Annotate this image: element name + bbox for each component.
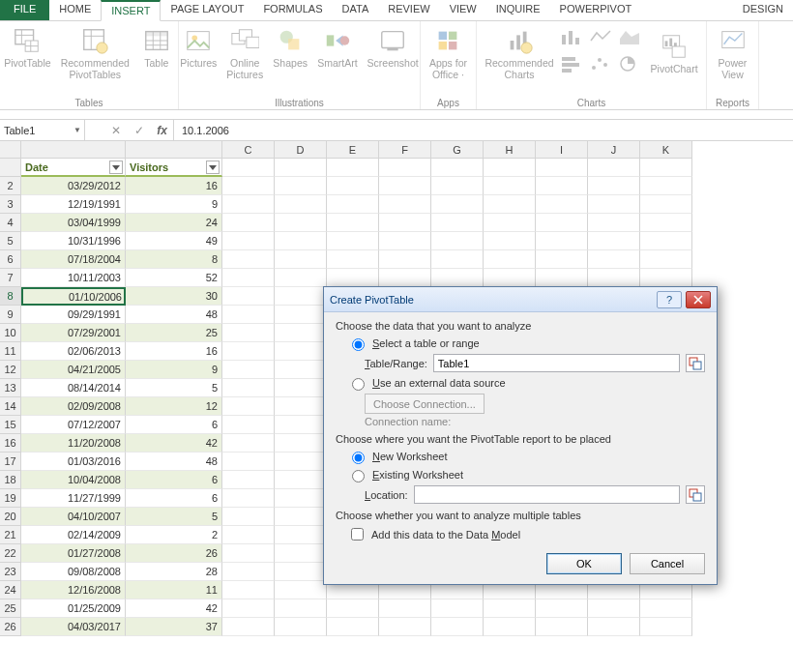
cell[interactable] (431, 599, 484, 618)
column-header[interactable]: K (640, 141, 692, 159)
cell[interactable] (275, 177, 327, 195)
cell-visitors[interactable]: 48 (126, 306, 222, 324)
cell[interactable] (588, 599, 640, 618)
row-number[interactable]: 25 (0, 599, 21, 618)
tab-pagelayout[interactable]: PAGE LAYOUT (161, 0, 253, 20)
table-button[interactable]: Table (135, 23, 178, 71)
cell[interactable] (222, 489, 275, 508)
screenshot-button[interactable]: Screenshot (364, 23, 423, 71)
cell[interactable] (275, 416, 327, 434)
close-button[interactable] (686, 291, 711, 308)
cell[interactable] (222, 342, 275, 361)
table-header-date[interactable]: Date (21, 159, 126, 177)
cancel-formula-icon[interactable]: ✕ (104, 124, 128, 137)
cell[interactable] (327, 269, 379, 287)
cell[interactable] (640, 195, 692, 214)
accept-formula-icon[interactable]: ✓ (128, 124, 151, 137)
cell[interactable] (222, 250, 275, 269)
filter-dropdown-icon[interactable] (109, 161, 123, 174)
cell[interactable] (588, 250, 640, 269)
row-number[interactable]: 10 (0, 324, 21, 342)
cell[interactable] (222, 618, 275, 636)
cell-visitors[interactable]: 42 (126, 599, 222, 618)
cell[interactable] (275, 599, 327, 618)
row-number[interactable]: 21 (0, 526, 21, 544)
tab-design[interactable]: DESIGN (733, 0, 793, 20)
cell[interactable] (484, 618, 536, 636)
cell[interactable] (222, 324, 275, 342)
row-number[interactable]: 9 (0, 306, 21, 324)
cell[interactable] (640, 159, 692, 177)
cell[interactable] (484, 250, 536, 269)
cell[interactable] (379, 269, 431, 287)
chart-type-bar-icon[interactable] (560, 54, 587, 79)
cell-visitors[interactable]: 16 (126, 177, 222, 195)
cell-visitors[interactable]: 6 (126, 489, 222, 508)
location-input[interactable] (414, 485, 680, 504)
cell[interactable] (222, 397, 275, 416)
cell-date[interactable]: 09/08/2008 (21, 563, 126, 581)
cell[interactable] (275, 434, 327, 453)
radio-new-worksheet[interactable]: New Worksheet (347, 449, 705, 464)
tab-file[interactable]: FILE (0, 0, 49, 20)
cell[interactable] (588, 214, 640, 232)
smartart-button[interactable]: SmartArt (313, 23, 361, 71)
cell[interactable] (222, 416, 275, 434)
cell-visitors[interactable]: 11 (126, 581, 222, 599)
cell[interactable] (275, 195, 327, 214)
cell[interactable] (327, 177, 379, 195)
cell[interactable] (484, 195, 536, 214)
cell-date[interactable]: 09/29/1991 (21, 306, 126, 324)
cell-date[interactable]: 03/29/2012 (21, 177, 126, 195)
dialog-titlebar[interactable]: Create PivotTable ? (324, 287, 717, 312)
pictures-button[interactable]: Pictures (176, 23, 220, 71)
cell[interactable] (222, 544, 275, 563)
cell-date[interactable]: 04/10/2007 (21, 508, 126, 526)
chart-type-other-icon[interactable] (618, 54, 645, 79)
cell[interactable] (536, 159, 588, 177)
cell[interactable] (588, 159, 640, 177)
row-number[interactable]: 22 (0, 544, 21, 563)
cell[interactable] (327, 250, 379, 269)
cell-visitors[interactable]: 26 (126, 544, 222, 563)
cell[interactable] (275, 269, 327, 287)
tab-powerpivot[interactable]: POWERPIVOT (550, 0, 642, 20)
cell[interactable] (327, 195, 379, 214)
cell-date[interactable]: 12/16/2008 (21, 581, 126, 599)
tab-data[interactable]: DATA (333, 0, 379, 20)
recommended-charts-button[interactable]: Recommended Charts (481, 23, 557, 82)
cell-visitors[interactable]: 9 (126, 195, 222, 214)
recommended-pivottables-button[interactable]: Recommended PivotTables (57, 23, 133, 82)
cell[interactable] (327, 159, 379, 177)
dropdown-icon[interactable]: ▼ (73, 126, 81, 134)
cell-visitors[interactable]: 5 (126, 379, 222, 397)
online-pictures-button[interactable]: Online Pictures (222, 23, 267, 82)
cell-date[interactable]: 07/12/2007 (21, 416, 126, 434)
cell[interactable] (275, 397, 327, 416)
cell[interactable] (275, 250, 327, 269)
row-number[interactable]: 11 (0, 342, 21, 361)
cell-visitors[interactable]: 42 (126, 434, 222, 453)
cell[interactable] (640, 599, 692, 618)
chart-type-scatter-icon[interactable] (589, 54, 616, 79)
chart-type-line-icon[interactable] (589, 27, 616, 52)
cell[interactable] (222, 159, 275, 177)
cell[interactable] (222, 526, 275, 544)
cell[interactable] (536, 618, 588, 636)
cell[interactable] (275, 159, 327, 177)
cell-visitors[interactable]: 49 (126, 232, 222, 250)
cell[interactable] (222, 581, 275, 599)
cell[interactable] (379, 214, 431, 232)
cell[interactable] (536, 250, 588, 269)
cell-visitors[interactable]: 2 (126, 526, 222, 544)
cell[interactable] (275, 324, 327, 342)
column-header[interactable]: I (536, 141, 588, 159)
cell[interactable] (222, 599, 275, 618)
cell[interactable] (484, 177, 536, 195)
cell-date[interactable]: 03/04/1999 (21, 214, 126, 232)
cancel-button[interactable]: Cancel (630, 553, 705, 574)
cell-date[interactable]: 07/18/2004 (21, 250, 126, 269)
cell[interactable] (222, 195, 275, 214)
cell[interactable] (536, 214, 588, 232)
cell[interactable] (222, 214, 275, 232)
